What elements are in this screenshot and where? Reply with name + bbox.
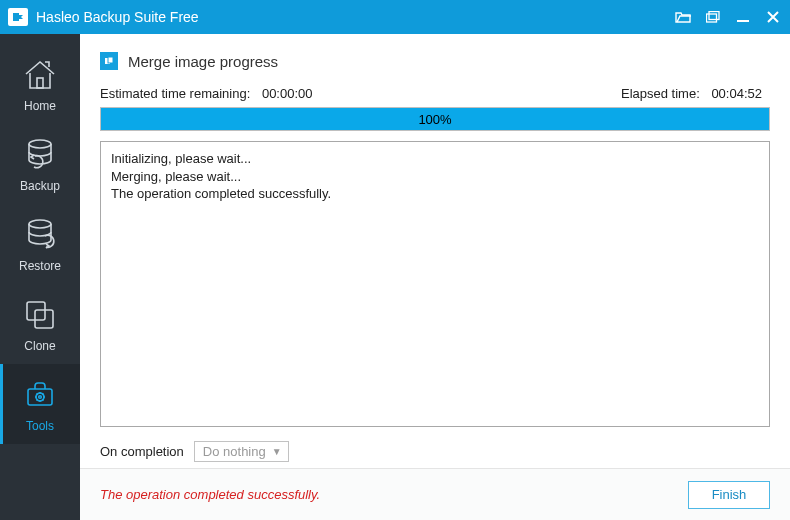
progress-percent: 100% — [101, 108, 769, 130]
backup-icon — [20, 135, 60, 175]
progress-log[interactable]: Initializing, please wait...Merging, ple… — [100, 141, 770, 427]
on-completion-value: Do nothing — [203, 444, 266, 459]
svg-rect-4 — [737, 20, 749, 22]
sidebar-item-clone[interactable]: Clone — [0, 284, 80, 364]
minimize-icon[interactable] — [732, 6, 754, 28]
chevron-down-icon: ▼ — [272, 446, 282, 457]
page-header: Merge image progress — [100, 52, 770, 70]
app-title: Hasleo Backup Suite Free — [36, 9, 199, 25]
progress-bar: 100% — [100, 107, 770, 131]
app-icon — [8, 8, 28, 26]
footer-bar: The operation completed successfully. Fi… — [80, 468, 790, 520]
svg-rect-10 — [28, 389, 52, 405]
svg-point-7 — [29, 220, 51, 228]
sidebar-item-tools[interactable]: Tools — [0, 364, 80, 444]
sidebar-item-label: Home — [24, 99, 56, 113]
elapsed-time: Elapsed time: 00:04:52 — [621, 86, 770, 101]
sidebar-item-label: Tools — [26, 419, 54, 433]
status-message: The operation completed successfully. — [100, 487, 688, 502]
on-completion-select[interactable]: Do nothing ▼ — [194, 441, 289, 462]
svg-rect-5 — [37, 78, 43, 88]
page-title: Merge image progress — [128, 53, 278, 70]
elapsed-label: Elapsed time: — [621, 86, 700, 101]
on-completion-label: On completion — [100, 444, 184, 459]
log-line: The operation completed successfully. — [111, 185, 759, 203]
sidebar-item-label: Restore — [19, 259, 61, 273]
title-bar: Hasleo Backup Suite Free — [0, 0, 790, 34]
merge-image-icon — [100, 52, 118, 70]
titlebar-restore-icon[interactable] — [702, 6, 724, 28]
sidebar: Home Backup Restore Clone — [0, 34, 80, 520]
restore-icon — [20, 215, 60, 255]
svg-rect-1 — [13, 13, 19, 21]
sidebar-item-label: Backup — [20, 179, 60, 193]
home-icon — [20, 55, 60, 95]
log-line: Initializing, please wait... — [111, 150, 759, 168]
sidebar-item-home[interactable]: Home — [0, 44, 80, 124]
estimated-value: 00:00:00 — [262, 86, 313, 101]
sidebar-item-restore[interactable]: Restore — [0, 204, 80, 284]
titlebar-open-icon[interactable] — [672, 6, 694, 28]
estimated-label: Estimated time remaining: — [100, 86, 250, 101]
svg-point-12 — [39, 396, 42, 399]
close-icon[interactable] — [762, 6, 784, 28]
sidebar-item-backup[interactable]: Backup — [0, 124, 80, 204]
svg-rect-3 — [707, 14, 717, 22]
clone-icon — [20, 295, 60, 335]
elapsed-value: 00:04:52 — [711, 86, 762, 101]
svg-rect-15 — [108, 57, 113, 63]
finish-button[interactable]: Finish — [688, 481, 770, 509]
estimated-time-remaining: Estimated time remaining: 00:00:00 — [100, 86, 321, 101]
tools-icon — [20, 375, 60, 415]
svg-rect-2 — [709, 12, 719, 20]
sidebar-item-label: Clone — [24, 339, 55, 353]
log-line: Merging, please wait... — [111, 168, 759, 186]
svg-point-6 — [29, 140, 51, 148]
